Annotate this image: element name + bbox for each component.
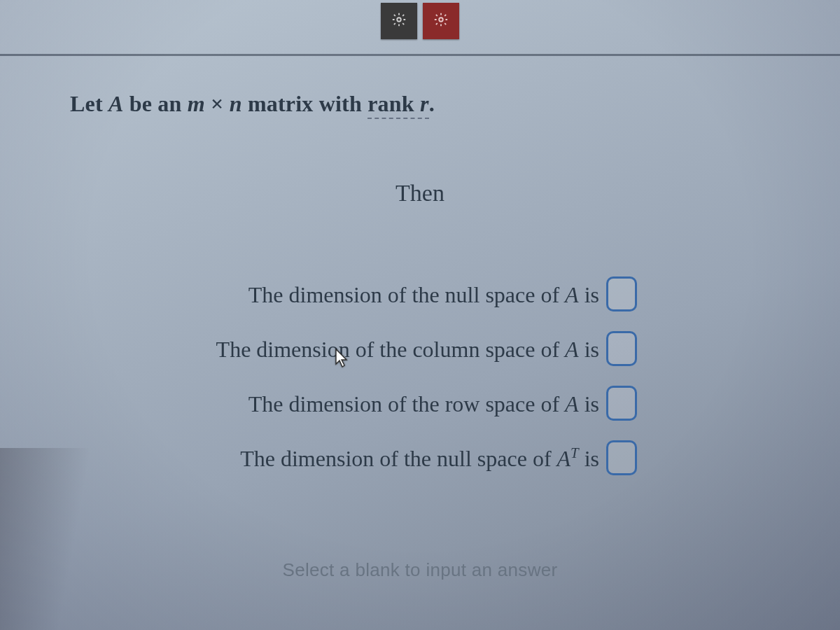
statement-text: is	[579, 336, 599, 361]
instruction-hint: Select a blank to input an answer	[28, 559, 812, 581]
symbol-m: m	[188, 91, 205, 116]
statement-row: The dimension of the null space of A is	[248, 276, 637, 312]
intro-text: .	[429, 91, 435, 116]
symbol-A: A	[557, 445, 571, 470]
top-toolbar	[0, 0, 840, 56]
symbol-A: A	[565, 281, 579, 307]
answer-blank-4[interactable]	[606, 440, 637, 475]
statement-text: The dimension of the null space of	[248, 281, 565, 307]
statements-list: The dimension of the null space of A is …	[70, 276, 770, 475]
times-symbol: ×	[205, 91, 230, 116]
intro-text: matrix with	[242, 91, 368, 116]
tool-button-1[interactable]	[381, 3, 417, 39]
statement-row: The dimension of the column space of A i…	[216, 331, 637, 366]
statement-text: is	[579, 391, 599, 416]
tool-button-2[interactable]	[423, 3, 459, 39]
then-label: Then	[70, 180, 770, 206]
answer-blank-2[interactable]	[606, 331, 637, 366]
gear-icon	[433, 12, 449, 30]
statement-text: The dimension of the null space of	[240, 445, 556, 470]
question-content: Let A be an m × n matrix with rank r. Th…	[28, 63, 812, 616]
statement-row: The dimension of the null space of AT is	[240, 440, 637, 475]
statement-text: is	[579, 445, 599, 470]
statement-text: The dimension of the row space of	[248, 391, 565, 416]
symbol-r: r	[420, 91, 429, 116]
symbol-A: A	[108, 91, 124, 116]
gear-icon	[391, 12, 407, 30]
symbol-n: n	[230, 91, 242, 116]
intro-text: be an	[124, 91, 188, 116]
answer-blank-3[interactable]	[606, 386, 637, 421]
rank-term: rank r	[368, 91, 428, 119]
question-intro: Let A be an m × n matrix with rank r.	[70, 91, 770, 117]
svg-point-0	[397, 18, 401, 22]
symbol-A: A	[565, 336, 579, 361]
svg-point-1	[439, 18, 443, 22]
symbol-A: A	[565, 391, 579, 416]
statement-text: is	[579, 281, 599, 307]
intro-text: Let	[70, 91, 108, 116]
statement-text: The dimension of the column space of	[216, 336, 566, 361]
statement-row: The dimension of the row space of A is	[248, 386, 637, 421]
answer-blank-1[interactable]	[606, 276, 637, 312]
superscript: T	[570, 444, 579, 461]
